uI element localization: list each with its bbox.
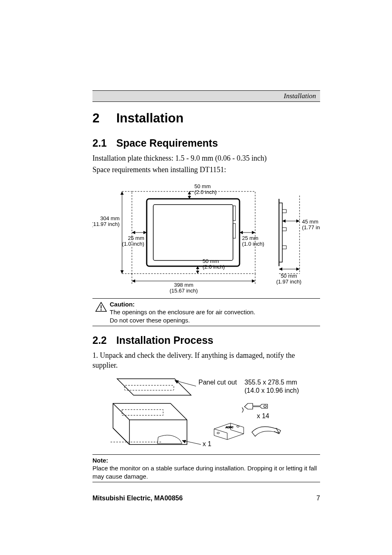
caution-title: Caution: bbox=[110, 300, 255, 309]
svg-line-61 bbox=[231, 430, 244, 434]
svg-text:355.5 x 278.5 mm(14.0 x 10.96 : 355.5 x 278.5 mm(14.0 x 10.96 inch) bbox=[244, 379, 299, 394]
chapter-heading: 2Installation bbox=[92, 111, 320, 126]
caution-line-2: Do not cover these openings. bbox=[110, 316, 255, 325]
svg-text:50 mm(1.97 inch): 50 mm(1.97 inch) bbox=[276, 273, 301, 285]
svg-marker-26 bbox=[196, 271, 199, 274]
svg-marker-40 bbox=[282, 219, 286, 223]
svg-rect-1 bbox=[147, 199, 240, 266]
svg-marker-44 bbox=[279, 267, 282, 271]
svg-rect-50 bbox=[125, 385, 174, 390]
svg-rect-4 bbox=[233, 223, 235, 238]
svg-marker-12 bbox=[120, 270, 124, 274]
svg-point-65 bbox=[217, 432, 219, 434]
svg-text:Panel cut out: Panel cut out bbox=[198, 379, 237, 386]
svg-text:AC/DC: AC/DC bbox=[225, 426, 233, 428]
section-1-line-2: Space requirements when installing DT115… bbox=[92, 165, 320, 175]
section-1-heading: 2.1Space Requirements bbox=[92, 137, 320, 149]
svg-point-49 bbox=[101, 309, 102, 311]
page-footer: Mitsubishi Electric, MA00856 7 bbox=[92, 495, 320, 502]
svg-marker-68 bbox=[182, 440, 186, 443]
svg-text:50 mm(2.0 inch): 50 mm(2.0 inch) bbox=[194, 183, 217, 195]
svg-marker-41 bbox=[296, 219, 300, 223]
svg-marker-31 bbox=[252, 279, 255, 283]
svg-text:25 mm(1.0 inch): 25 mm(1.0 inch) bbox=[242, 235, 264, 247]
section-2-heading: 2.2Installation Process bbox=[92, 334, 320, 346]
svg-marker-22 bbox=[252, 231, 255, 234]
svg-text:45 mm(1.77 inch): 45 mm(1.77 inch) bbox=[302, 219, 320, 230]
svg-line-62 bbox=[214, 429, 227, 433]
header-title: Installation bbox=[284, 92, 316, 100]
chapter-number: 2 bbox=[92, 111, 116, 126]
section-2-title: Installation Process bbox=[116, 334, 213, 346]
svg-rect-0 bbox=[132, 191, 255, 274]
note-title: Note: bbox=[92, 456, 320, 465]
caution-line-1: The openings on the enclosure are for ai… bbox=[110, 308, 255, 316]
section-1-title: Space Requirements bbox=[116, 137, 218, 149]
section-2-number: 2.2 bbox=[92, 334, 116, 346]
svg-rect-2 bbox=[153, 205, 233, 260]
svg-text:x 14: x 14 bbox=[257, 412, 269, 419]
svg-text:x 1: x 1 bbox=[203, 440, 211, 447]
chapter-title: Installation bbox=[116, 111, 184, 125]
note-block: Note: Place the monitor on a stable surf… bbox=[92, 454, 320, 483]
svg-rect-36 bbox=[279, 203, 282, 262]
unpack-diagram: Panel cut out 355.5 x 278.5 mm(14.0 x 10… bbox=[109, 375, 320, 450]
svg-rect-51 bbox=[122, 410, 163, 415]
section-1-number: 2.1 bbox=[92, 137, 116, 149]
footer-page-number: 7 bbox=[316, 495, 320, 502]
svg-text:50 mm(2.0 inch): 50 mm(2.0 inch) bbox=[203, 258, 225, 270]
section-1-line-1: Installation plate thickness: 1.5 - 9.0 … bbox=[92, 153, 320, 163]
svg-line-52 bbox=[113, 428, 129, 444]
step-1: 1. Unpack and check the delivery. If any… bbox=[92, 350, 320, 371]
svg-marker-45 bbox=[296, 267, 300, 271]
svg-point-66 bbox=[237, 426, 239, 427]
svg-marker-17 bbox=[132, 231, 135, 234]
space-diagram: 50 mm(2.0 inch) 304 mm(11.97 inch) 25 mm… bbox=[92, 179, 320, 296]
svg-marker-30 bbox=[132, 279, 135, 283]
caution-block: Caution: The openings on the enclosure a… bbox=[92, 298, 320, 327]
warning-icon bbox=[92, 300, 110, 325]
svg-marker-11 bbox=[120, 191, 124, 195]
page-header: Installation bbox=[92, 90, 320, 102]
svg-rect-3 bbox=[233, 206, 235, 221]
svg-text:25 mm(1.0 inch): 25 mm(1.0 inch) bbox=[122, 235, 144, 247]
svg-point-58 bbox=[264, 405, 266, 408]
svg-marker-6 bbox=[188, 191, 191, 194]
note-body: Place the monitor on a stable surface du… bbox=[92, 464, 320, 480]
svg-text:304 mm(11.97 inch): 304 mm(11.97 inch) bbox=[92, 215, 120, 227]
svg-text:398 mm(15.67 inch): 398 mm(15.67 inch) bbox=[170, 282, 198, 294]
footer-doc-id: Mitsubishi Electric, MA00856 bbox=[92, 495, 183, 502]
